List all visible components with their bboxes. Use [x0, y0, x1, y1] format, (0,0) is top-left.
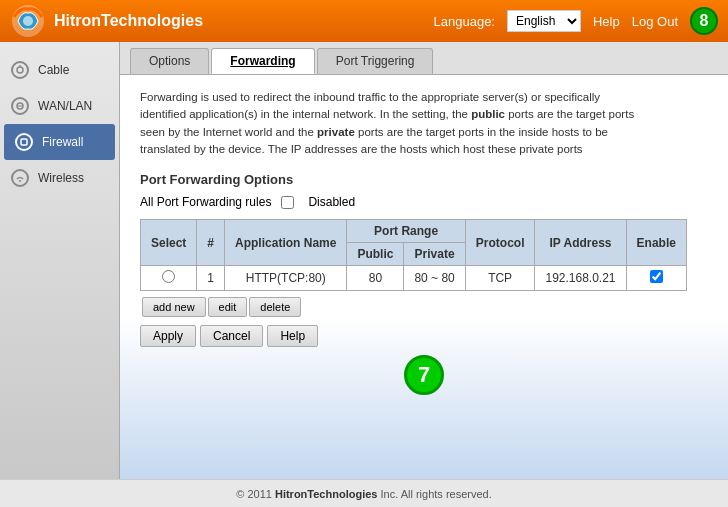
disabled-label: Disabled: [308, 195, 355, 209]
cell-ip: 192.168.0.21: [535, 266, 626, 291]
sidebar-item-firewall[interactable]: Firewall: [4, 124, 115, 160]
all-rules-row: All Port Forwarding rules Disabled: [140, 195, 708, 209]
header-right: Language: English French Spanish Help Lo…: [434, 7, 718, 35]
sidebar-item-wireless[interactable]: Wireless: [0, 160, 119, 196]
help-button[interactable]: Help: [267, 325, 318, 347]
footer-text: © 2011 HitronTechnologies Inc. All right…: [236, 488, 492, 500]
sidebar-item-wanlan[interactable]: WAN/LAN: [0, 88, 119, 124]
sidebar-label-wanlan: WAN/LAN: [38, 99, 92, 113]
form-actions: Apply Cancel Help: [140, 325, 708, 347]
sidebar-label-cable: Cable: [38, 63, 69, 77]
description: Forwarding is used to redirect the inbou…: [140, 89, 640, 158]
main-layout: Cable WAN/LAN Firewall: [0, 42, 728, 479]
enable-checkbox[interactable]: [650, 270, 663, 283]
firewall-icon: [14, 132, 34, 152]
cell-protocol: TCP: [465, 266, 535, 291]
delete-button[interactable]: delete: [249, 297, 301, 317]
col-port-range: Port Range: [347, 220, 465, 243]
disabled-checkbox[interactable]: [281, 196, 294, 209]
logo-area: HitronTechnologies: [10, 3, 203, 39]
footer: © 2011 HitronTechnologies Inc. All right…: [0, 479, 728, 507]
cell-private: 80 ~ 80: [404, 266, 465, 291]
logout-link[interactable]: Log Out: [632, 14, 678, 29]
cable-icon: [10, 60, 30, 80]
svg-point-7: [19, 180, 21, 182]
help-link[interactable]: Help: [593, 14, 620, 29]
wanlan-icon: [10, 96, 30, 116]
row-radio[interactable]: [162, 270, 175, 283]
edit-button[interactable]: edit: [208, 297, 248, 317]
cell-public: 80: [347, 266, 404, 291]
col-public: Public: [347, 243, 404, 266]
all-rules-label: All Port Forwarding rules: [140, 195, 271, 209]
tabs: Options Forwarding Port Triggering: [120, 42, 728, 75]
sidebar: Cable WAN/LAN Firewall: [0, 42, 120, 479]
sidebar-item-cable[interactable]: Cable: [0, 52, 119, 88]
cell-num: 1: [197, 266, 225, 291]
content-body: Forwarding is used to redirect the inbou…: [120, 75, 728, 479]
table-actions: add new edit delete: [140, 297, 708, 317]
tab-port-triggering[interactable]: Port Triggering: [317, 48, 434, 74]
section-title: Port Forwarding Options: [140, 172, 708, 187]
col-enable: Enable: [626, 220, 686, 266]
badge-7: 7: [404, 355, 444, 395]
table-row: 1 HTTP(TCP:80) 80 80 ~ 80 TCP 192.168.0.…: [141, 266, 687, 291]
col-app-name: Application Name: [225, 220, 347, 266]
svg-point-1: [23, 16, 33, 26]
col-num: #: [197, 220, 225, 266]
sidebar-label-wireless: Wireless: [38, 171, 84, 185]
tab-forwarding[interactable]: Forwarding: [211, 48, 314, 74]
svg-point-2: [17, 67, 23, 73]
tab-options[interactable]: Options: [130, 48, 209, 74]
badge-8: 8: [690, 7, 718, 35]
col-select: Select: [141, 220, 197, 266]
wireless-icon: [10, 168, 30, 188]
logo-icon: [10, 3, 46, 39]
content: Options Forwarding Port Triggering Forwa…: [120, 42, 728, 479]
language-label: Language:: [434, 14, 495, 29]
col-protocol: Protocol: [465, 220, 535, 266]
language-select[interactable]: English French Spanish: [507, 10, 581, 32]
header: HitronTechnologies Language: English Fre…: [0, 0, 728, 42]
apply-button[interactable]: Apply: [140, 325, 196, 347]
sidebar-label-firewall: Firewall: [42, 135, 83, 149]
cell-app-name: HTTP(TCP:80): [225, 266, 347, 291]
cancel-button[interactable]: Cancel: [200, 325, 263, 347]
add-new-button[interactable]: add new: [142, 297, 206, 317]
cell-select[interactable]: [141, 266, 197, 291]
cell-enable[interactable]: [626, 266, 686, 291]
company-name: HitronTechnologies: [54, 12, 203, 30]
svg-rect-6: [21, 139, 27, 145]
col-private: Private: [404, 243, 465, 266]
col-ip: IP Address: [535, 220, 626, 266]
port-table: Select # Application Name Port Range Pro…: [140, 219, 687, 291]
